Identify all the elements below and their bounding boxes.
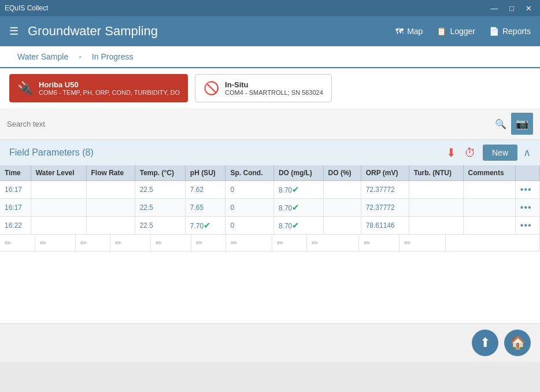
tabs-area: Water Sample - In Progress (0, 46, 540, 68)
download-button[interactable]: ⬇ (445, 145, 457, 161)
table-title: Field Parameters (8) (9, 147, 94, 158)
app-title: EQuIS Collect (5, 4, 487, 12)
timer-button[interactable]: ⏱ (463, 145, 477, 161)
col-sp-cond: Sp. Cond. (225, 165, 273, 181)
cell-do-mgl: 8.70✔ (273, 217, 323, 235)
cell-more[interactable]: ••• (515, 217, 539, 235)
col-do-mgl: DO (mg/L) (273, 165, 323, 181)
spacer (0, 252, 540, 323)
more-icon[interactable]: ••• (520, 202, 532, 212)
cell-time: 16:22 (0, 217, 31, 235)
minimize-button[interactable]: — (487, 3, 501, 14)
footer: ⬆ 🏠 (0, 323, 540, 362)
cell-ph: 7.62 (185, 181, 225, 199)
table-header-bar: Field Parameters (8) ⬇ ⏱ New ∧ (0, 140, 540, 165)
home-icon: 🏠 (510, 335, 526, 350)
header-actions: 🗺 Map 📋 Logger 📄 Reports (395, 27, 531, 36)
collapse-button[interactable]: ∧ (523, 146, 531, 159)
more-icon[interactable]: ••• (520, 220, 532, 230)
device-horiba-name: Horiba U50 (39, 80, 180, 89)
map-action[interactable]: 🗺 Map (395, 27, 423, 36)
edit-temp-icon[interactable]: ✏ (115, 238, 122, 247)
device-insitu-name: In-Situ (225, 80, 323, 89)
device-horiba[interactable]: 🔌 Horiba U50 COM6 - TEMP, PH, ORP, COND,… (9, 74, 188, 102)
app-header: ☰ Groundwater Sampling 🗺 Map 📋 Logger 📄 … (0, 16, 540, 46)
cell-more[interactable]: ••• (515, 199, 539, 217)
ph-check-icon: ✔ (204, 220, 211, 230)
edit-sp-cond-icon[interactable]: ✏ (196, 238, 203, 247)
cell-comments (463, 217, 515, 235)
device-insitu-detail: COM4 - SMARTROLL; SN 563024 (225, 89, 323, 96)
device-insitu[interactable]: 🚫 In-Situ COM4 - SMARTROLL; SN 563024 (195, 74, 332, 102)
main-content: ☰ Groundwater Sampling 🗺 Map 📋 Logger 📄 … (0, 16, 540, 362)
edit-do-mgl-icon[interactable]: ✏ (231, 238, 238, 247)
cell-temp: 22.5 (135, 181, 185, 199)
logger-icon: 📋 (437, 27, 446, 36)
close-button[interactable]: ✕ (522, 3, 535, 14)
device-insitu-icon: 🚫 (204, 81, 219, 96)
table-row: 16:2222.57.70✔08.70✔78.61146••• (0, 217, 540, 235)
edit-turb-icon[interactable]: ✏ (364, 238, 371, 247)
cell-orp: 72.37772 (361, 199, 409, 217)
edit-orp-icon[interactable]: ✏ (312, 238, 319, 247)
col-actions (515, 165, 539, 181)
search-area: 🔍 📷 (0, 108, 540, 140)
window-controls: — □ ✕ (487, 3, 535, 14)
maximize-button[interactable]: □ (506, 3, 517, 14)
reports-label: Reports (502, 27, 531, 36)
edit-water-level-icon[interactable]: ✏ (40, 238, 47, 247)
reports-icon: 📄 (489, 27, 499, 36)
edit-do-pct-icon[interactable]: ✏ (277, 238, 284, 247)
menu-icon[interactable]: ☰ (9, 25, 19, 38)
cell-flow-rate (86, 181, 135, 199)
col-flow-rate: Flow Rate (86, 165, 135, 181)
cell-sp-cond: 0 (225, 199, 273, 217)
cell-more[interactable]: ••• (515, 181, 539, 199)
reports-action[interactable]: 📄 Reports (489, 27, 531, 36)
table-section: Field Parameters (8) ⬇ ⏱ New ∧ Time (0, 140, 540, 252)
table-actions: ⬇ ⏱ New ∧ (445, 145, 531, 161)
device-horiba-icon: 🔌 (17, 81, 33, 96)
tab-water-sample[interactable]: Water Sample (9, 46, 76, 68)
tab-water-sample-label: Water Sample (17, 52, 68, 61)
cell-sp-cond: 0 (225, 217, 273, 235)
do-check-icon: ✔ (292, 184, 299, 194)
edit-row: ✏ ✏ ✏ ✏ ✏ ✏ ✏ ✏ ✏ ✏ ✏ (0, 235, 540, 252)
col-turb: Turb. (NTU) (409, 165, 463, 181)
new-button[interactable]: New (483, 145, 517, 161)
cell-time: 16:17 (0, 199, 31, 217)
edit-flow-rate-icon[interactable]: ✏ (80, 238, 87, 247)
table-row: 16:1722.57.6208.70✔72.37772••• (0, 181, 540, 199)
col-time: Time (0, 165, 31, 181)
device-insitu-info: In-Situ COM4 - SMARTROLL; SN 563024 (225, 80, 323, 96)
download-icon: ⬇ (446, 146, 456, 159)
page-title: Groundwater Sampling (28, 24, 395, 39)
upload-icon: ⬆ (480, 335, 490, 350)
col-do-pct: DO (%) (323, 165, 361, 181)
cell-ph: 7.70✔ (185, 217, 225, 235)
edit-ph-icon[interactable]: ✏ (156, 238, 162, 247)
do-check-icon: ✔ (292, 202, 299, 212)
logger-action[interactable]: 📋 Logger (437, 27, 475, 36)
timer-icon: ⏱ (464, 146, 476, 159)
camera-icon: 📷 (516, 117, 528, 130)
cell-do-mgl: 8.70✔ (273, 199, 323, 217)
cell-water-level (31, 217, 86, 235)
col-water-level: Water Level (31, 165, 86, 181)
home-button[interactable]: 🏠 (504, 330, 531, 356)
cell-do-pct (323, 181, 361, 199)
cell-orp: 72.37772 (361, 181, 409, 199)
cell-turb (409, 181, 463, 199)
tab-in-progress[interactable]: In Progress (84, 46, 142, 68)
device-horiba-detail: COM6 - TEMP, PH, ORP, COND, TURBIDITY, D… (39, 89, 180, 96)
camera-button[interactable]: 📷 (511, 113, 533, 135)
cell-comments (463, 199, 515, 217)
edit-time-icon[interactable]: ✏ (5, 238, 12, 247)
table-row: 16:1722.57.6508.70✔72.37772••• (0, 199, 540, 217)
search-input[interactable] (7, 120, 490, 128)
more-icon[interactable]: ••• (520, 184, 532, 194)
cell-water-level (31, 199, 86, 217)
cell-temp: 22.5 (135, 217, 185, 235)
upload-button[interactable]: ⬆ (472, 330, 498, 356)
edit-comments-icon[interactable]: ✏ (404, 238, 411, 247)
